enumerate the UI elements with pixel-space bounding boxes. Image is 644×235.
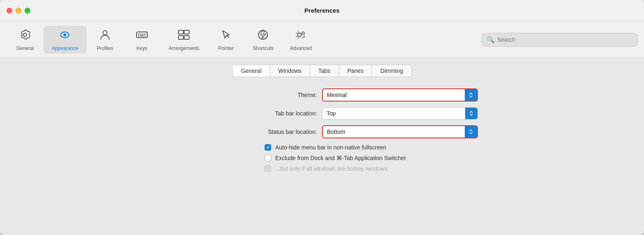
tab-bar-control: Top [322, 107, 478, 120]
svg-rect-9 [140, 35, 144, 36]
status-bar-row: Status bar location: Bottom [166, 125, 478, 138]
sub-tabs-bar: General Windows Tabs Panes Dimming [0, 58, 644, 82]
toolbar: General Appearance [0, 21, 644, 58]
svg-point-2 [103, 31, 107, 35]
search-box[interactable]: 🔍 [482, 33, 637, 47]
traffic-lights [7, 8, 30, 14]
sub-tab-panes[interactable]: Panes [339, 65, 372, 77]
status-bar-label: Status bar location: [268, 129, 317, 135]
tab-keys[interactable]: Keys [123, 26, 160, 54]
tab-shortcuts[interactable]: Shortcuts [244, 26, 282, 54]
svg-rect-14 [184, 36, 189, 39]
theme-select-button[interactable] [465, 89, 477, 101]
tab-arrangements[interactable]: Arrangements [160, 26, 208, 54]
person-icon [98, 28, 112, 43]
search-icon: 🔍 [487, 36, 495, 43]
svg-rect-12 [184, 30, 189, 34]
svg-rect-11 [178, 30, 183, 34]
status-bar-select-button[interactable] [465, 126, 477, 138]
auto-hide-checkbox[interactable] [265, 144, 271, 151]
eye-icon [58, 28, 71, 43]
settings-rows: Theme: Minimal Tab bar location: [166, 88, 478, 138]
tab-appearance[interactable]: Appearance [43, 26, 87, 54]
svg-rect-5 [140, 34, 142, 35]
sub-tab-tabs[interactable]: Tabs [310, 65, 339, 77]
svg-rect-10 [144, 35, 146, 36]
content-area: General Windows Tabs Panes Dimming Theme… [0, 58, 644, 235]
tab-bar-row: Tab bar location: Top [166, 107, 478, 120]
auto-hide-row: Auto-hide menu bar in non-native fullscr… [265, 144, 386, 151]
tab-shortcuts-label: Shortcuts [253, 45, 274, 51]
svg-rect-13 [178, 36, 183, 39]
maximize-button[interactable] [25, 8, 30, 14]
tab-profiles[interactable]: Profiles [87, 26, 123, 54]
svg-point-16 [298, 33, 301, 36]
tab-general[interactable]: General [7, 26, 43, 54]
keyboard-icon [135, 28, 148, 43]
theme-control: Minimal [322, 88, 478, 102]
hotkey-label: ...but only if all windows are hotkey wi… [275, 165, 388, 172]
arrangements-icon [177, 28, 190, 43]
svg-point-1 [64, 33, 66, 36]
search-input[interactable] [497, 36, 632, 43]
tab-advanced[interactable]: Advanced [282, 26, 320, 54]
advanced-gear-icon [294, 28, 307, 43]
tab-appearance-label: Appearance [52, 45, 78, 51]
theme-row: Theme: Minimal [166, 88, 478, 102]
svg-rect-3 [137, 32, 147, 38]
tab-keys-label: Keys [136, 45, 147, 51]
status-bar-value: Bottom [323, 129, 465, 135]
tab-profiles-label: Profiles [97, 45, 113, 51]
bolt-icon [256, 28, 269, 43]
svg-rect-4 [138, 34, 139, 35]
hotkey-row: ...but only if all windows are hotkey wi… [265, 165, 388, 172]
exclude-dock-row: Exclude from Dock and ⌘-Tab Application … [265, 155, 406, 161]
title-bar: Preferences [0, 0, 644, 21]
exclude-dock-checkbox[interactable] [265, 155, 271, 161]
toolbar-tabs: General Appearance [7, 26, 482, 54]
tab-arrangements-label: Arrangements [169, 45, 199, 51]
pointer-icon [219, 28, 233, 43]
settings-panel: Theme: Minimal Tab bar location: [0, 82, 644, 235]
theme-value: Minimal [323, 92, 465, 98]
auto-hide-label: Auto-hide menu bar in non-native fullscr… [275, 144, 386, 151]
svg-rect-8 [138, 35, 139, 36]
tab-pointer[interactable]: Pointer [208, 26, 244, 54]
tab-pointer-label: Pointer [218, 45, 234, 51]
preferences-window: Preferences General [0, 0, 644, 235]
theme-label: Theme: [298, 92, 317, 98]
tab-bar-value: Top [322, 110, 465, 117]
window-title: Preferences [304, 7, 340, 14]
status-bar-control: Bottom [322, 125, 478, 138]
close-button[interactable] [7, 8, 12, 14]
tab-bar-select-button[interactable] [465, 108, 477, 119]
svg-rect-6 [142, 34, 144, 35]
tab-general-label: General [16, 45, 34, 51]
hotkey-checkbox[interactable] [265, 165, 271, 172]
sub-tab-dimming[interactable]: Dimming [372, 65, 411, 77]
tab-advanced-label: Advanced [290, 45, 312, 51]
svg-rect-7 [144, 34, 146, 35]
gear-icon [18, 28, 32, 43]
exclude-dock-label: Exclude from Dock and ⌘-Tab Application … [275, 155, 406, 161]
sub-tab-general[interactable]: General [232, 65, 269, 77]
minimize-button[interactable] [16, 8, 21, 14]
sub-tab-windows[interactable]: Windows [269, 65, 310, 77]
tab-bar-label: Tab bar location: [275, 110, 317, 117]
